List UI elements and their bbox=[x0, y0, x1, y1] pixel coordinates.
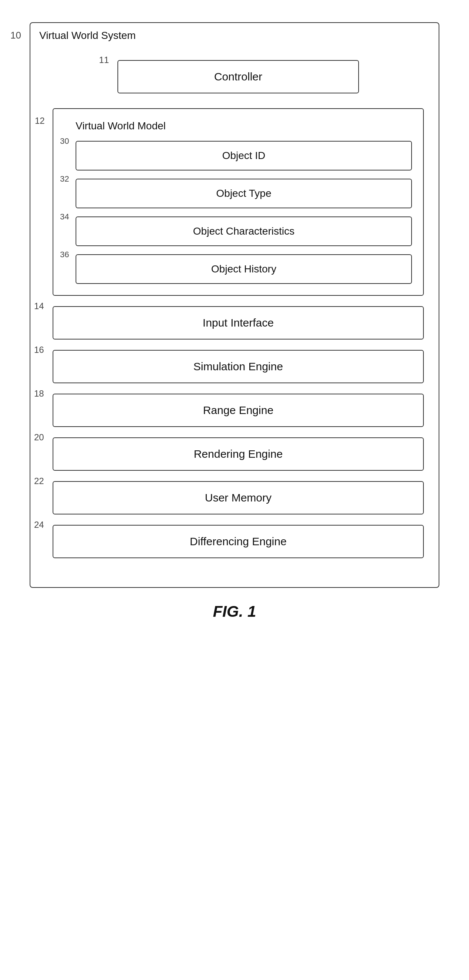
controller-ref: 11 bbox=[99, 55, 109, 65]
outer-title: Virtual World System bbox=[39, 30, 135, 41]
outer-ref-label: 10 bbox=[10, 30, 21, 41]
vwm-ref-label: 12 bbox=[35, 116, 45, 126]
object-type-label: Object Type bbox=[216, 188, 272, 199]
object-type-box: Object Type bbox=[76, 179, 412, 208]
main-components-list: 14 Input Interface 16 Simulation Engine … bbox=[52, 306, 424, 558]
range-engine-label: Range Engine bbox=[203, 404, 273, 416]
object-hist-ref: 36 bbox=[60, 250, 69, 259]
input-interface-label: Input Interface bbox=[203, 317, 274, 329]
sim-engine-box: Simulation Engine bbox=[52, 350, 424, 383]
object-id-label: Object ID bbox=[222, 150, 266, 161]
input-interface-box: Input Interface bbox=[52, 306, 424, 339]
vwm-title: Virtual World Model bbox=[76, 120, 412, 132]
rendering-engine-label: Rendering Engine bbox=[194, 448, 283, 460]
outer-system-box: 10 Virtual World System 11 Controller 12… bbox=[30, 22, 439, 588]
object-id-ref: 30 bbox=[60, 137, 69, 146]
sim-engine-label: Simulation Engine bbox=[193, 360, 283, 372]
sim-engine-ref: 16 bbox=[34, 345, 44, 355]
fig-label: FIG. 1 bbox=[213, 603, 256, 620]
rendering-engine-box: Rendering Engine bbox=[52, 438, 424, 471]
diff-engine-label: Differencing Engine bbox=[190, 535, 286, 547]
object-char-box: Object Characteristics bbox=[76, 216, 412, 246]
vwm-components: 30 Object ID 32 Object Type 34 Object Ch… bbox=[76, 141, 412, 284]
diff-engine-box: Differencing Engine bbox=[52, 525, 424, 558]
controller-box: Controller bbox=[118, 60, 359, 94]
object-char-ref: 34 bbox=[60, 212, 69, 222]
diff-engine-ref: 24 bbox=[34, 520, 44, 530]
object-char-label: Object Characteristics bbox=[193, 225, 294, 237]
user-memory-ref: 22 bbox=[34, 476, 44, 486]
object-type-ref: 32 bbox=[60, 174, 69, 184]
virtual-world-model-box: 12 Virtual World Model 30 Object ID 32 O… bbox=[52, 108, 424, 296]
input-interface-ref: 14 bbox=[34, 301, 44, 311]
user-memory-box: User Memory bbox=[52, 481, 424, 514]
object-hist-box: Object History bbox=[76, 254, 412, 284]
user-memory-label: User Memory bbox=[205, 492, 272, 504]
page-container: 10 Virtual World System 11 Controller 12… bbox=[0, 0, 469, 980]
controller-label: Controller bbox=[214, 70, 262, 83]
object-id-box: Object ID bbox=[76, 141, 412, 170]
rendering-engine-ref: 20 bbox=[34, 432, 44, 442]
range-engine-box: Range Engine bbox=[52, 394, 424, 427]
object-hist-label: Object History bbox=[211, 263, 277, 275]
range-engine-ref: 18 bbox=[34, 388, 44, 399]
